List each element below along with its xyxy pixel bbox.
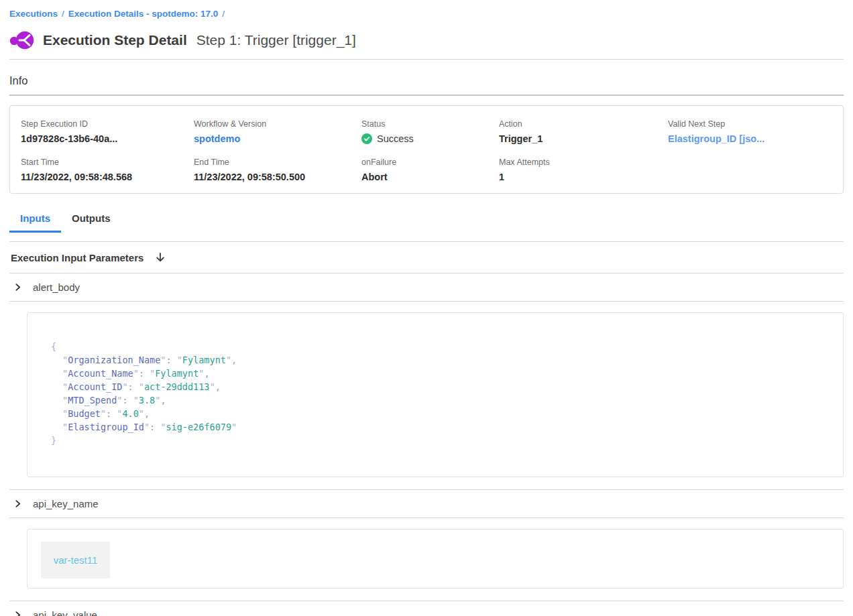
chevron-right-icon [13, 499, 22, 508]
workflow-link[interactable]: spotdemo [194, 133, 361, 144]
info-heading: Info [9, 74, 844, 87]
breadcrumb-link-executions[interactable]: Executions [9, 9, 58, 19]
tab-outputs[interactable]: Outputs [61, 210, 121, 233]
info-field-value: 1d97828c-13b6-40a... [21, 133, 194, 144]
info-field-label: Workflow & Version [194, 119, 361, 129]
breadcrumb: Executions/Execution Details - spotdemo:… [9, 0, 844, 19]
json-line: "Account_Name": "Fylamynt", [51, 367, 819, 380]
section-title: Execution Input Parameters [11, 252, 144, 263]
info-field-onfailure: onFailure Abort [361, 158, 499, 182]
breadcrumb-separator: / [222, 9, 225, 19]
info-field-value: 11/23/2022, 09:58:50.500 [194, 172, 361, 182]
info-field-step-execution-id: Step Execution ID 1d97828c-13b6-40a... [21, 119, 194, 144]
info-field-value: 11/23/2022, 09:58:48.568 [21, 172, 194, 182]
info-field-label: Action [499, 119, 668, 129]
page-header: Execution Step Detail Step 1: Trigger [t… [9, 29, 844, 51]
param-row-api-key-value[interactable]: api_key_value [9, 601, 844, 616]
json-line: { [51, 340, 819, 353]
info-field-value: Trigger_1 [499, 133, 668, 144]
info-card: Step Execution ID 1d97828c-13b6-40a... W… [9, 105, 844, 194]
breadcrumb-link-execution-details[interactable]: Execution Details - spotdemo: 17.0 [68, 9, 219, 19]
param-label: alert_body [33, 282, 80, 293]
status-text: Success [377, 133, 414, 144]
chevron-right-icon [13, 283, 22, 292]
json-line: "Account_ID": "act-29ddd113", [51, 380, 819, 393]
success-check-icon [361, 133, 372, 144]
info-field-value: 1 [499, 172, 668, 182]
info-divider [9, 95, 844, 96]
status-badge: Success [361, 133, 499, 144]
tab-bar: Inputs Outputs [9, 210, 844, 233]
info-field-label: Start Time [21, 158, 194, 167]
alert-body-json-panel: { "Organization_Name": "Fylamynt", "Acco… [27, 312, 844, 477]
info-field-label: Max Attempts [499, 158, 668, 167]
page-subtitle: Step 1: Trigger [trigger_1] [196, 32, 356, 48]
info-field-max-attempts: Max Attempts 1 [499, 158, 668, 182]
json-line: "MTD_Spend": "3.8", [51, 393, 819, 407]
info-field-action: Action Trigger_1 [499, 119, 668, 144]
valid-next-step-link[interactable]: Elastigroup_ID [jso... [668, 133, 832, 144]
info-field-value: Abort [361, 172, 499, 182]
info-field-label: End Time [194, 158, 361, 167]
execution-step-detail-page: Executions/Execution Details - spotdemo:… [0, 0, 853, 616]
info-field-start-time: Start Time 11/23/2022, 09:58:48.568 [21, 158, 194, 182]
info-field-end-time: End Time 11/23/2022, 09:58:50.500 [194, 158, 361, 182]
download-arrow-icon[interactable] [154, 251, 166, 263]
execution-input-parameters-header: Execution Input Parameters [9, 242, 844, 273]
tab-inputs[interactable]: Inputs [9, 210, 61, 233]
fylamynt-logo-icon [9, 29, 35, 51]
info-field-label: Status [361, 119, 499, 129]
page-title: Execution Step Detail [43, 32, 187, 48]
api-key-name-value: var-test11 [41, 542, 110, 578]
info-field-label: onFailure [361, 158, 499, 167]
breadcrumb-separator: / [62, 9, 64, 19]
info-field-valid-next-step: Valid Next Step Elastigroup_ID [jso... [668, 119, 832, 144]
title-divider [9, 59, 844, 60]
info-field-label: Valid Next Step [668, 119, 832, 129]
api-key-name-panel: var-test11 [27, 529, 844, 589]
json-line: "Organization_Name": "Fylamynt", [51, 353, 819, 367]
param-row-api-key-name[interactable]: api_key_name [9, 490, 844, 517]
row-divider [9, 517, 844, 518]
param-label: api_key_name [33, 498, 99, 509]
json-code-block: { "Organization_Name": "Fylamynt", "Acco… [51, 340, 819, 447]
param-label: api_key_value [33, 609, 97, 616]
info-field-status: Status Success [361, 119, 499, 144]
json-line: "Elastigroup_Id": "sig-e26f6079" [51, 420, 819, 434]
info-field-empty [668, 158, 832, 182]
json-line: } [51, 434, 819, 447]
row-divider [9, 301, 844, 302]
param-row-alert-body[interactable]: alert_body [9, 273, 844, 301]
chevron-right-icon [13, 611, 22, 616]
info-field-workflow-version: Workflow & Version spotdemo [194, 119, 361, 144]
info-field-label: Step Execution ID [21, 119, 194, 129]
json-line: "Budget": "4.0", [51, 407, 819, 420]
